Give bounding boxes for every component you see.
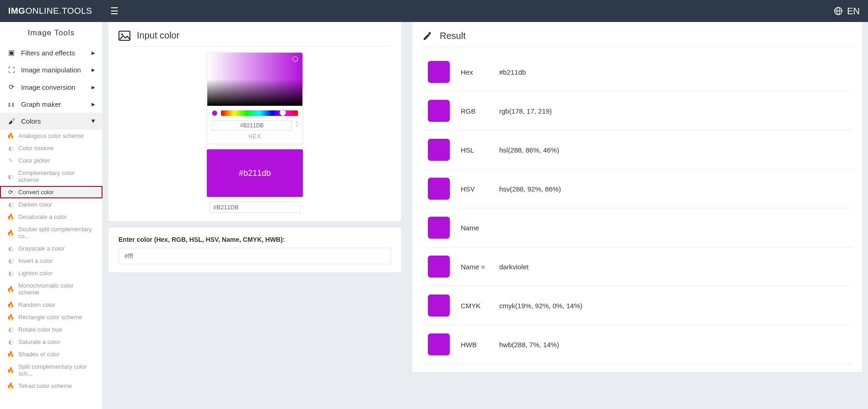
- sub-icon: ◐: [7, 245, 14, 252]
- result-value[interactable]: hwb(288, 7%, 14%): [494, 325, 852, 364]
- enter-color-input[interactable]: [119, 248, 391, 264]
- chevron-right-icon: ▶: [92, 85, 95, 90]
- result-value[interactable]: #b211db: [494, 53, 852, 92]
- result-key: CMYK: [455, 286, 494, 325]
- sidebar-sub-double-split-complementary-co[interactable]: 🔥Double split complementary co...: [0, 223, 102, 242]
- sub-icon: ◐: [7, 270, 14, 277]
- result-value[interactable]: rgb(178, 17, 219): [494, 92, 852, 131]
- result-swatch: [428, 100, 450, 122]
- result-row: HSLhsl(288, 86%, 46%): [422, 131, 852, 169]
- picker-hex-input[interactable]: [212, 120, 292, 131]
- result-row: Name: [422, 208, 852, 247]
- sub-item-label: Saturate a color: [18, 338, 60, 345]
- result-value[interactable]: hsl(288, 86%, 46%): [494, 131, 852, 169]
- sub-icon: ◐: [7, 201, 14, 208]
- sub-icon: 🔥: [7, 367, 14, 374]
- sidebar-sub-color-picker[interactable]: ✎Color picker: [0, 154, 102, 167]
- result-card: Result Hex#b211dbRGBrgb(178, 17, 219)HSL…: [412, 22, 863, 372]
- sidebar-sub-monochromatic-color-scheme[interactable]: 🔥Monochromatic color scheme: [0, 279, 102, 299]
- result-row: Name ≈darkviolet: [422, 247, 852, 286]
- color-picker: ˄˅ HEX: [207, 52, 303, 144]
- result-swatch: [428, 256, 450, 278]
- result-key: HSV: [455, 169, 494, 208]
- sub-item-label: Complementary color scheme: [18, 169, 95, 183]
- sub-item-label: Monochromatic color scheme: [18, 282, 95, 296]
- sidebar-sub-desaturate-a-color[interactable]: 🔥Desaturate a color: [0, 211, 102, 223]
- sidebar-sub-split-complementary-color-sch[interactable]: 🔥Split complementary color sch...: [0, 360, 102, 380]
- sub-item-label: Convert color: [18, 189, 54, 196]
- sidebar-sub-rectangle-color-scheme[interactable]: 🔥Rectangle color scheme: [0, 311, 102, 323]
- sidebar-sub-saturate-a-color[interactable]: ◐Saturate a color: [0, 336, 102, 348]
- result-row: HSVhsv(288, 92%, 86%): [422, 169, 852, 208]
- sidebar-item-manipulation[interactable]: ⛶Image manipulation ▶: [0, 61, 102, 78]
- result-row: HWBhwb(288, 7%, 14%): [422, 325, 852, 364]
- sub-item-label: Rotate color hue: [18, 326, 62, 333]
- sub-item-label: Invert a color: [18, 257, 53, 264]
- sub-item-label: Grayscale a color: [18, 245, 65, 252]
- filters-icon: ▣: [7, 49, 16, 57]
- hue-slider[interactable]: [221, 110, 298, 116]
- sidebar-sub-darken-color[interactable]: ◐Darken color: [0, 198, 102, 211]
- crop-icon: ⛶: [7, 66, 16, 74]
- sub-icon: ✎: [7, 157, 14, 164]
- sidebar-sub-shades-of-color[interactable]: 🔥Shades of color: [0, 348, 102, 360]
- sub-icon: 🔥: [7, 132, 14, 139]
- sub-item-label: Random color: [18, 301, 55, 308]
- hue-handle[interactable]: [280, 109, 286, 116]
- sidebar-sub-tetrad-color-scheme[interactable]: 🔥Tetrad color scheme: [0, 380, 102, 392]
- sub-item-label: Color mixture: [18, 145, 54, 152]
- result-key: Name: [455, 208, 494, 247]
- sub-icon: ◐: [7, 257, 14, 264]
- sub-item-label: Color picker: [18, 157, 50, 164]
- sub-item-label: Darken color: [18, 201, 52, 208]
- brand-logo[interactable]: IMGONLINE.TOOLS: [8, 6, 92, 16]
- result-value[interactable]: cmyk(19%, 92%, 0%, 14%): [494, 286, 852, 325]
- sidebar-sub-convert-color[interactable]: ⟳Convert color: [0, 186, 102, 198]
- sub-icon: 🔥: [7, 301, 14, 308]
- sidebar-sub-analogous-color-scheme[interactable]: 🔥Analogous color scheme: [0, 130, 102, 142]
- sidebar-sub-color-mixture[interactable]: ◐Color mixture: [0, 142, 102, 154]
- current-color-dot: [212, 110, 217, 116]
- sidebar-sub-complementary-color-scheme[interactable]: ◐Complementary color scheme: [0, 167, 102, 186]
- result-key: Hex: [455, 53, 494, 92]
- result-swatch: [428, 294, 450, 316]
- sidebar-item-graphmaker[interactable]: ⫾⫾Graph maker ▶: [0, 96, 102, 113]
- sidebar-title: Image Tools: [0, 22, 102, 44]
- sidebar-item-filters[interactable]: ▣Filters and effects ▶: [0, 44, 102, 61]
- sv-cursor[interactable]: [292, 56, 298, 62]
- result-key: Name ≈: [455, 247, 494, 286]
- result-value[interactable]: darkviolet: [494, 247, 852, 286]
- sidebar-sub-lighten-color[interactable]: ◐Lighten color: [0, 267, 102, 279]
- sub-item-label: Rectangle color scheme: [18, 314, 82, 321]
- language-label: EN: [847, 6, 860, 16]
- picker-format-label: HEX: [207, 133, 302, 143]
- sub-icon: ◐: [7, 145, 14, 152]
- result-title: Result: [440, 31, 466, 41]
- sidebar-item-colors[interactable]: 🖌Colors ▶: [0, 113, 102, 130]
- refresh-icon: ⟳: [7, 83, 16, 91]
- language-switch[interactable]: EN: [834, 6, 860, 16]
- brush-icon: 🖌: [7, 117, 16, 125]
- result-key: RGB: [455, 92, 494, 131]
- sidebar-sub-rotate-color-hue[interactable]: ◐Rotate color hue: [0, 323, 102, 336]
- chart-icon: ⫾⫾: [7, 100, 16, 108]
- result-value[interactable]: [494, 208, 852, 247]
- menu-toggle-icon[interactable]: ☰: [110, 5, 119, 16]
- sidebar-sub-invert-a-color[interactable]: ◐Invert a color: [0, 255, 102, 267]
- result-value[interactable]: hsv(288, 92%, 86%): [494, 169, 852, 208]
- sub-item-label: Tetrad color scheme: [18, 382, 72, 389]
- sidebar-item-conversion[interactable]: ⟳Image conversion ▶: [0, 78, 102, 96]
- hex-output-input[interactable]: [209, 202, 301, 213]
- sidebar-sub-grayscale-a-color[interactable]: ◐Grayscale a color: [0, 242, 102, 255]
- sub-icon: ◐: [7, 173, 14, 180]
- result-row: CMYKcmyk(19%, 92%, 0%, 14%): [422, 286, 852, 325]
- enter-color-label: Enter color (Hex, RGB, HSL, HSV, Name, C…: [119, 236, 391, 243]
- chevron-right-icon: ▶: [92, 67, 95, 72]
- sidebar-sub-random-color[interactable]: 🔥Random color: [0, 299, 102, 311]
- chevron-right-icon: ▶: [92, 50, 95, 55]
- sub-item-label: Lighten color: [18, 270, 52, 277]
- saturation-value-area[interactable]: [207, 53, 302, 106]
- sub-icon: 🔥: [7, 382, 14, 389]
- format-spinner[interactable]: ˄˅: [296, 122, 298, 129]
- chevron-right-icon: ▶: [92, 102, 95, 107]
